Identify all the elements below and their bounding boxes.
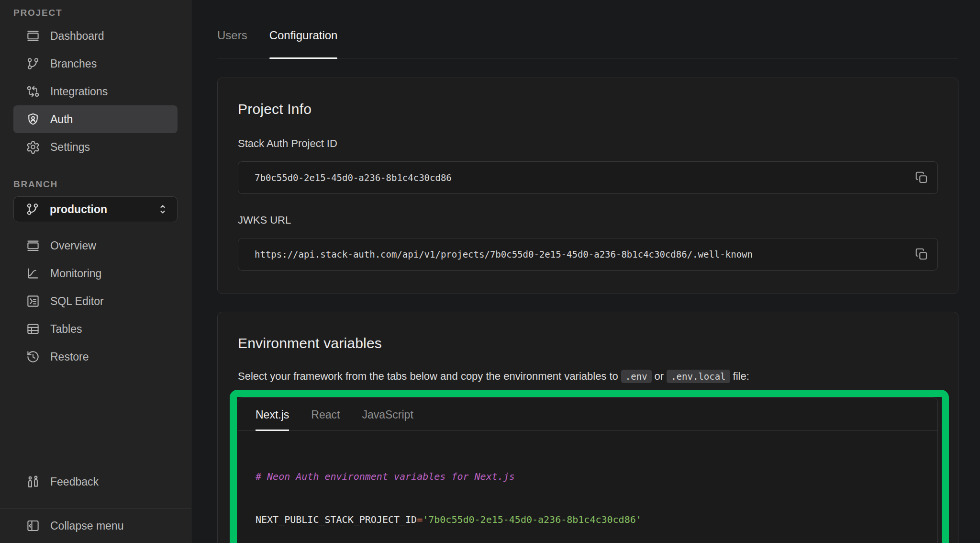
description-or: or bbox=[655, 370, 664, 382]
sidebar-item-settings[interactable]: Settings bbox=[13, 133, 178, 161]
project-info-title: Project Info bbox=[238, 101, 938, 117]
sidebar-item-monitoring[interactable]: Monitoring bbox=[13, 260, 178, 287]
sidebar-item-integrations[interactable]: Integrations bbox=[13, 78, 178, 105]
sidebar-item-restore[interactable]: Restore bbox=[13, 343, 178, 371]
git-branch-icon bbox=[26, 57, 40, 71]
sidebar-item-label: Dashboard bbox=[50, 30, 104, 43]
sidebar-item-label: Integrations bbox=[50, 85, 108, 98]
stack-auth-project-id-field[interactable]: 7b0c55d0-2e15-45d0-a236-8b1c4c30cd86 bbox=[238, 161, 938, 194]
sidebar-item-label: SQL Editor bbox=[50, 295, 104, 308]
framework-tab-nextjs[interactable]: Next.js bbox=[256, 398, 289, 430]
stack-auth-project-id-label: Stack Auth Project ID bbox=[238, 137, 938, 150]
copy-icon bbox=[914, 247, 931, 261]
sidebar-item-feedback[interactable]: Feedback bbox=[13, 468, 178, 496]
dashboard-window-icon bbox=[26, 29, 40, 43]
jwks-url-field[interactable]: https://api.stack-auth.com/api/v1/projec… bbox=[238, 238, 938, 271]
sidebar-item-tables[interactable]: Tables bbox=[13, 315, 178, 343]
git-branch-icon bbox=[25, 202, 40, 216]
main-content: Users Configuration Project Info Stack A… bbox=[192, 0, 980, 543]
jwks-url-label: JWKS URL bbox=[238, 214, 938, 226]
framework-tabs: Next.js React JavaScript bbox=[238, 398, 937, 431]
sidebar-item-label: Settings bbox=[50, 141, 90, 154]
integrations-icon bbox=[26, 84, 40, 99]
project-info-card: Project Info Stack Auth Project ID 7b0c5… bbox=[217, 78, 958, 294]
sidebar-item-label: Feedback bbox=[50, 475, 99, 488]
sidebar-item-branches[interactable]: Branches bbox=[13, 50, 178, 78]
framework-description: Select your framework from the tabs belo… bbox=[238, 370, 938, 383]
sidebar-item-label: Overview bbox=[50, 239, 96, 252]
sql-terminal-icon bbox=[26, 294, 40, 308]
snippet-panel-wrap: Next.js React JavaScript # Neon Auth env… bbox=[238, 397, 938, 543]
sidebar-item-dashboard[interactable]: Dashboard bbox=[13, 22, 178, 50]
sidebar-item-label: Tables bbox=[50, 323, 82, 336]
sidebar: PROJECT Dashboard Branches Integrations … bbox=[0, 0, 191, 543]
copy-icon bbox=[914, 170, 931, 185]
sidebar-item-sql-editor[interactable]: SQL Editor bbox=[13, 287, 178, 315]
environment-variables-title: Environment variables bbox=[238, 335, 938, 351]
tab-users[interactable]: Users bbox=[217, 29, 247, 58]
project-section-label: PROJECT bbox=[13, 8, 191, 18]
sidebar-item-overview[interactable]: Overview bbox=[13, 232, 178, 260]
collapse-panel-icon bbox=[26, 519, 40, 533]
sidebar-item-auth[interactable]: Auth bbox=[13, 105, 178, 133]
env-file-pill: .env bbox=[621, 370, 652, 383]
sidebar-item-label: Restore bbox=[50, 351, 89, 363]
history-clock-icon bbox=[26, 350, 40, 364]
tab-configuration[interactable]: Configuration bbox=[269, 29, 338, 58]
sidebar-item-label: Collapse menu bbox=[50, 520, 123, 532]
code-line-comment: # Neon Auth environment variables for Ne… bbox=[256, 469, 920, 484]
table-grid-icon bbox=[26, 322, 40, 336]
branch-selector-value: production bbox=[50, 203, 107, 216]
branch-section-label: BRANCH bbox=[13, 179, 191, 190]
code-line-kv: NEXT_PUBLIC_STACK_PROJECT_ID='7b0c55d0-2… bbox=[256, 512, 920, 527]
collapse-menu-button[interactable]: Collapse menu bbox=[13, 512, 178, 540]
description-text: Select your framework from the tabs belo… bbox=[238, 370, 618, 382]
chevrons-up-down-icon bbox=[156, 203, 169, 216]
description-file-text: file: bbox=[733, 370, 749, 382]
framework-tab-react[interactable]: React bbox=[311, 398, 340, 430]
environment-variables-card: Environment variables Select your framew… bbox=[217, 312, 958, 543]
page-tabs: Users Configuration bbox=[217, 0, 958, 58]
gear-icon bbox=[26, 140, 40, 154]
framework-tab-javascript[interactable]: JavaScript bbox=[362, 398, 413, 430]
env-snippet-panel: Next.js React JavaScript # Neon Auth env… bbox=[238, 397, 938, 543]
copy-project-id-button[interactable] bbox=[914, 170, 931, 186]
auth-shield-user-icon bbox=[26, 112, 40, 126]
monitoring-chart-icon bbox=[26, 266, 40, 281]
stack-auth-project-id-value: 7b0c55d0-2e15-45d0-a236-8b1c4c30cd86 bbox=[255, 172, 910, 183]
sidebar-item-label: Branches bbox=[50, 57, 97, 70]
sidebar-item-label: Monitoring bbox=[50, 267, 101, 280]
sidebar-footer-divider bbox=[0, 508, 191, 509]
env-local-file-pill: .env.local bbox=[667, 370, 730, 383]
sidebar-item-label: Auth bbox=[50, 113, 73, 126]
jwks-url-value: https://api.stack-auth.com/api/v1/projec… bbox=[255, 249, 910, 260]
overview-window-icon bbox=[26, 238, 40, 253]
env-code-block: # Neon Auth environment variables for Ne… bbox=[238, 431, 937, 543]
copy-jwks-url-button[interactable] bbox=[914, 246, 931, 262]
feedback-people-icon bbox=[26, 475, 40, 489]
branch-selector[interactable]: production bbox=[13, 196, 178, 222]
